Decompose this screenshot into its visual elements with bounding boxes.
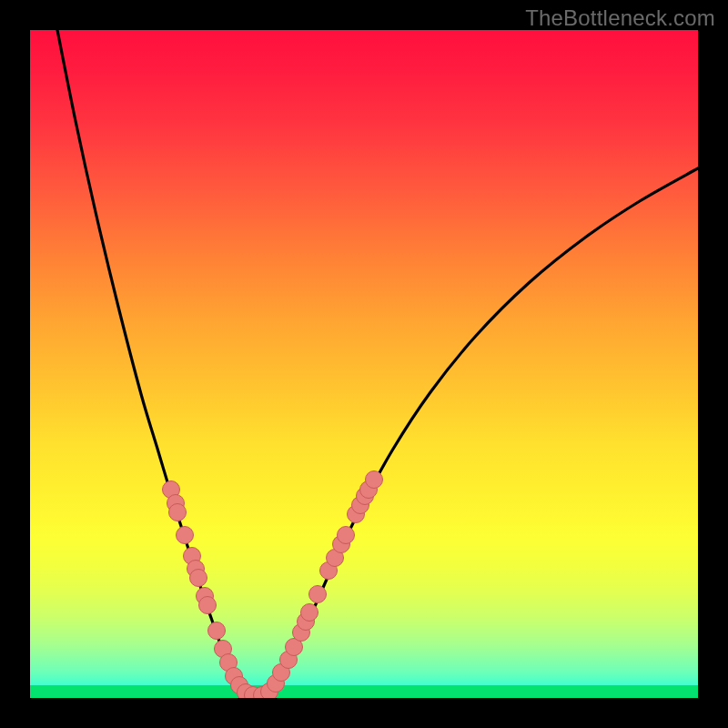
watermark-text: TheBottleneck.com [525,5,715,31]
data-marker [199,597,217,614]
data-marker [366,471,383,489]
plot-area [30,30,698,698]
outer-frame: TheBottleneck.com [0,0,728,728]
data-marker [169,504,187,521]
data-marker [338,527,355,544]
curve-group [57,30,698,697]
chart-svg [30,30,698,698]
series-left-curve [57,30,247,694]
data-marker [301,604,318,622]
data-marker [190,570,207,587]
data-marker [177,527,194,544]
marker-group [163,471,383,699]
data-marker [309,586,327,603]
series-right-curve [268,168,698,694]
data-marker [208,622,226,640]
